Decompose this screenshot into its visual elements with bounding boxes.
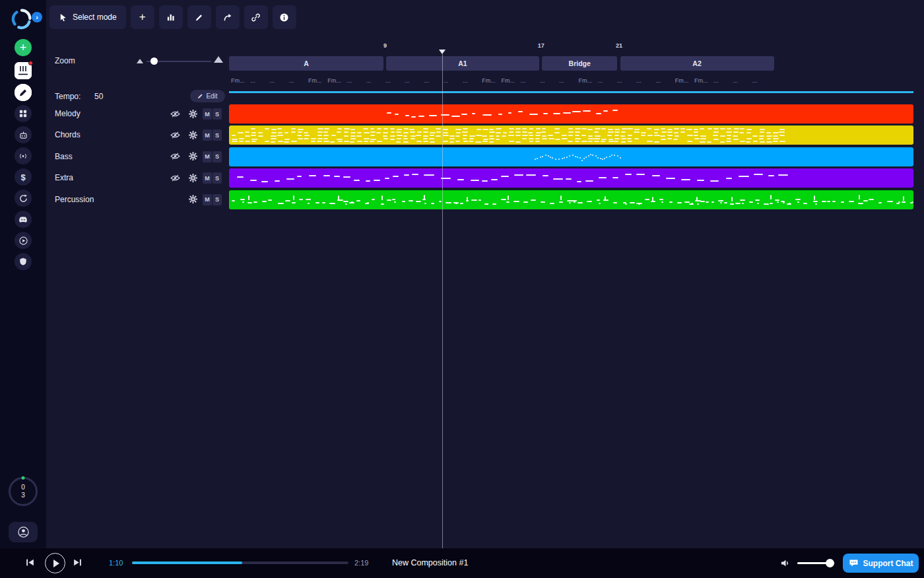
refresh-button[interactable]: [15, 190, 32, 207]
solo-button[interactable]: S: [213, 172, 222, 184]
piano-roll-button[interactable]: [15, 62, 32, 79]
track-settings-button[interactable]: [187, 194, 198, 205]
blocks-button[interactable]: [15, 105, 32, 122]
overview-strip[interactable]: [229, 91, 913, 93]
create-button[interactable]: +: [15, 39, 32, 56]
solo-button[interactable]: S: [213, 194, 222, 205]
note-mark: [383, 132, 388, 133]
track-settings-button[interactable]: [187, 108, 198, 119]
track-lane-percussion[interactable]: [229, 190, 913, 209]
transport-bar: 1:10 2:19 New Composition #1 Support Cha…: [0, 548, 924, 578]
note-mark: [645, 199, 650, 200]
note-mark: [489, 138, 494, 139]
select-mode-button[interactable]: Select mode: [50, 5, 126, 29]
note-mark: [634, 129, 640, 130]
note-mark: [566, 157, 568, 158]
note-mark: [707, 141, 711, 143]
solo-button[interactable]: S: [213, 108, 222, 120]
radio-button[interactable]: [15, 147, 32, 164]
note-mark: [463, 138, 467, 139]
note-mark: [492, 203, 496, 205]
visibility-toggle-button[interactable]: [170, 172, 180, 183]
track-lane-melody[interactable]: [229, 104, 913, 124]
discord-button[interactable]: [15, 211, 32, 228]
skip-back-button[interactable]: [25, 558, 35, 569]
note-mark: [746, 132, 751, 133]
plus-icon: +: [139, 11, 146, 24]
note-mark: [667, 135, 673, 136]
note-mark: [686, 129, 692, 130]
solo-button[interactable]: S: [213, 129, 222, 141]
zoom-slider-knob[interactable]: [150, 57, 158, 65]
note-mark: [555, 139, 560, 140]
volume-knob[interactable]: [826, 559, 834, 567]
note-mark: [509, 131, 513, 133]
note-mark: [286, 178, 294, 180]
note-mark: [239, 141, 244, 142]
play-button[interactable]: [45, 553, 65, 573]
volume-icon[interactable]: [780, 558, 791, 571]
skip-forward-button[interactable]: [73, 558, 82, 569]
note-mark: [372, 199, 375, 200]
note-mark: [766, 132, 771, 133]
zoom-in-icon[interactable]: [214, 56, 223, 63]
note-mark: [535, 135, 541, 136]
billing-button[interactable]: $: [15, 168, 32, 186]
section-a2[interactable]: A2: [620, 56, 774, 71]
mute-button[interactable]: M: [203, 151, 212, 163]
mute-button[interactable]: M: [203, 194, 212, 205]
note-mark: [394, 201, 396, 203]
note-mark: [661, 201, 663, 203]
note-mark: [370, 141, 374, 142]
note-mark: [304, 135, 310, 136]
note-mark: [317, 141, 322, 142]
track-settings-button[interactable]: [187, 172, 198, 183]
mute-button[interactable]: M: [203, 172, 212, 184]
edit-button[interactable]: [187, 5, 211, 29]
expand-sidebar-button[interactable]: ›: [32, 12, 42, 22]
playhead-marker[interactable]: [439, 50, 446, 54]
playhead-line[interactable]: [442, 54, 443, 548]
edit-tool-button[interactable]: [15, 84, 32, 101]
tutorials-button[interactable]: [15, 232, 32, 249]
track-lane-extra[interactable]: [229, 168, 913, 188]
note-mark: [654, 132, 659, 133]
track-settings-button[interactable]: [187, 129, 198, 140]
zoom-out-icon[interactable]: [137, 59, 143, 63]
redo-button[interactable]: [216, 5, 240, 29]
mute-button[interactable]: M: [203, 129, 212, 141]
link-button[interactable]: [244, 5, 268, 29]
note-mark: [636, 174, 645, 175]
note-mark: [323, 131, 328, 133]
add-button[interactable]: +: [131, 5, 154, 29]
progress-bar[interactable]: [132, 561, 348, 564]
tempo-edit-button[interactable]: Edit: [190, 90, 225, 102]
visibility-toggle-button[interactable]: [170, 108, 180, 119]
section-a1[interactable]: A1: [386, 56, 539, 71]
gauge-dot: [22, 476, 25, 480]
visibility-toggle-button[interactable]: [170, 151, 180, 162]
solo-button[interactable]: S: [213, 151, 222, 163]
section-bridge[interactable]: Bridge: [542, 56, 617, 71]
volume-slider[interactable]: [797, 562, 834, 564]
mute-button[interactable]: M: [203, 108, 212, 120]
note-mark: [535, 138, 540, 139]
top-toolbar: Select mode +: [50, 5, 296, 29]
track-settings-button[interactable]: [187, 151, 198, 162]
note-mark: [541, 201, 546, 203]
info-button[interactable]: [273, 5, 296, 29]
note-mark: [357, 141, 362, 142]
section-a[interactable]: A: [229, 56, 383, 71]
assistant-button[interactable]: [15, 126, 32, 143]
visibility-toggle-button[interactable]: [170, 129, 180, 140]
note-mark: [628, 135, 632, 136]
analytics-button[interactable]: [159, 5, 183, 29]
profile-button[interactable]: [9, 522, 38, 542]
track-lane-chords[interactable]: [229, 126, 913, 145]
note-mark: [457, 179, 464, 180]
note-mark: [405, 115, 409, 116]
security-button[interactable]: [15, 253, 32, 270]
app-logo[interactable]: ›: [9, 7, 45, 33]
track-lane-bass[interactable]: [229, 147, 913, 166]
support-chat-button[interactable]: Support Chat: [843, 554, 919, 573]
